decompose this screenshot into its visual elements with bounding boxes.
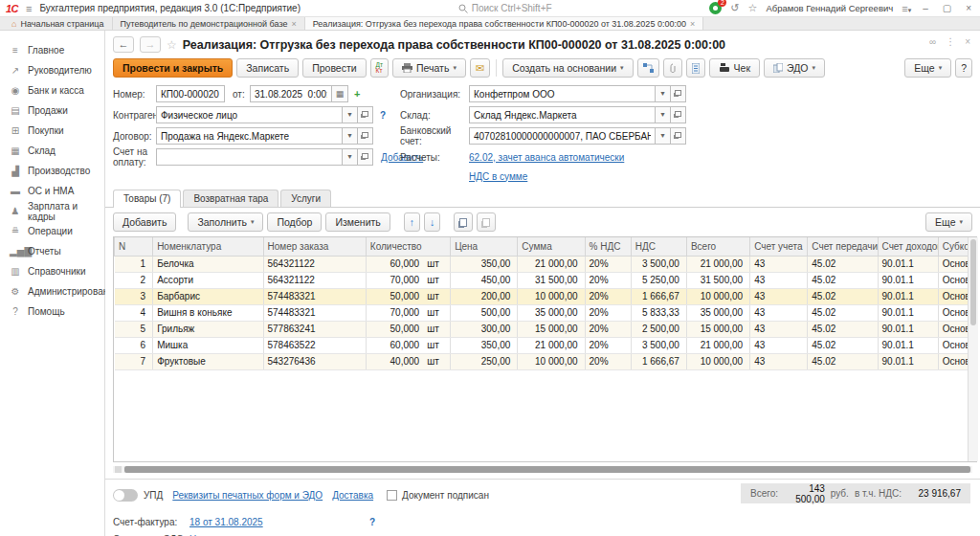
sidebar-item[interactable]: ≞Операции [0,221,104,241]
more-button[interactable]: Еще▾ [904,58,951,78]
items-tab[interactable]: Возвратная тара [183,190,278,207]
contract-dropdown-icon[interactable]: ▼ [343,127,358,145]
save-button[interactable]: Записать [236,58,299,78]
column-header[interactable]: Счет доходов [878,237,938,256]
horizontal-scrollbar-thumb[interactable] [124,466,970,473]
app-tab[interactable]: Реализация: Отгрузка без перехода права … [305,17,703,30]
post-button[interactable]: Провести [302,58,366,78]
global-search[interactable]: Поиск Ctrl+Shift+F [308,3,702,13]
close-tab-icon[interactable]: × [291,19,296,29]
calendar-icon[interactable]: ▦ [332,85,348,102]
vertical-scrollbar[interactable] [968,237,978,461]
move-up-button[interactable]: ↑ [404,212,420,232]
close-form-icon[interactable]: × [965,36,970,47]
sidebar-item[interactable]: ▤Продажи [0,100,104,121]
bank-account-dropdown-icon[interactable]: ▼ [656,127,671,145]
column-header[interactable]: Цена [451,237,518,256]
sidebar-item[interactable]: ⚙Администрирование [0,281,104,302]
create-new-icon[interactable]: + [354,88,360,100]
counterparty-help-icon[interactable]: ? [380,110,386,121]
vertical-scrollbar-thumb[interactable] [970,239,976,325]
main-menu-icon[interactable]: ≡ [26,3,32,14]
counterparty-field[interactable] [156,106,343,123]
user-name[interactable]: Абрамов Геннадий Сергеевич [766,3,893,13]
column-header[interactable]: Номер заказа [263,237,366,256]
number-field[interactable] [156,85,225,102]
sidebar-item[interactable]: ↗Руководителю [0,60,104,80]
document-signed-checkbox[interactable] [387,490,397,501]
items-tab[interactable]: Товары (7) [113,190,181,208]
sidebar-item[interactable]: ▥Справочники [0,261,104,281]
invoice-link[interactable]: 18 от 31.08.2025 [189,517,263,527]
bank-account-open-icon[interactable] [671,127,686,145]
attachments-button[interactable] [663,58,682,78]
organization-open-icon[interactable] [671,85,686,102]
settlements-link[interactable]: 62.02, зачет аванса автоматически [469,152,624,163]
app-tab[interactable]: Путеводитель по демонстрационной базе× [113,17,305,30]
column-header[interactable]: Номенклатура [153,237,263,256]
sidebar-item[interactable]: ≡Главное [0,40,104,60]
invoice-for-payment-field[interactable] [156,148,343,166]
link-icon[interactable]: ∞ [929,36,936,47]
horizontal-scrollbar[interactable] [113,466,972,473]
table-row[interactable]: 5Грильяж57786324150,000шт300,0015 000,00… [115,321,977,337]
contract-field[interactable] [156,127,343,145]
table-row[interactable]: 2Ассорти56432112270,000шт450,0031 500,00… [115,272,977,288]
table-row[interactable]: 7Фруктовые54327643640,000шт250,0010 000,… [115,353,977,369]
kebab-menu-icon[interactable]: ⋮ [946,36,955,47]
related-documents-button[interactable] [637,58,659,78]
column-header[interactable]: Всего [686,237,749,256]
pick-button[interactable]: Подбор [267,212,322,232]
restore-button[interactable]: ▢ [940,3,954,13]
table-more-button[interactable]: Еще▾ [925,212,972,232]
warehouse-dropdown-icon[interactable]: ▼ [656,106,671,123]
copy-rows-button[interactable] [454,212,473,232]
minimize-button[interactable]: – [920,3,931,13]
history-icon[interactable]: ↺ [730,2,739,14]
app-tab[interactable]: ⌂Начальная страница [4,17,113,30]
column-header[interactable]: Количество [366,237,450,256]
invoice-help-icon[interactable]: ? [369,517,375,527]
invoice-dropdown-icon[interactable]: ▼ [343,148,358,166]
close-window-button[interactable]: × [963,3,974,13]
warehouse-field[interactable] [469,106,656,123]
column-header[interactable]: Счет передачи [808,237,878,256]
fill-button[interactable]: Заполнить▾ [188,212,263,232]
forward-button[interactable]: → [140,36,161,53]
invoice-open-icon[interactable] [358,148,373,166]
column-header[interactable]: НДС [631,237,686,256]
warehouse-open-icon[interactable] [671,106,686,123]
service-menu-icon[interactable]: ≡▾ [902,3,911,14]
column-header[interactable]: N [115,237,153,256]
favorites-star-icon[interactable]: ☆ [748,2,758,14]
column-header[interactable]: % НДС [585,237,631,256]
mail-button[interactable]: ✉ [470,58,490,78]
table-row[interactable]: 1Белочка56432112260,000шт350,0021 000,00… [115,256,977,272]
table-row[interactable]: 6Мишка57846352260,000шт350,0021 000,0020… [115,337,977,353]
change-button[interactable]: Изменить [325,212,390,232]
post-and-close-button[interactable]: Провести и закрыть [113,58,233,78]
table-row[interactable]: 4Вишня в коньяке57448332170,000шт500,003… [115,304,977,321]
create-based-on-button[interactable]: Создать на основании▾ [502,58,633,78]
add-row-button[interactable]: Добавить [113,212,176,232]
sidebar-item[interactable]: ▟Производство [0,161,104,181]
organization-dropdown-icon[interactable]: ▼ [656,85,671,102]
scroll-left-button[interactable] [115,466,122,473]
print-forms-requisites-link[interactable]: Реквизиты печатных форм и ЭДО [172,490,323,501]
items-tab[interactable]: Услуги [280,190,331,207]
table-row[interactable]: 3Барбарис57448332150,000шт200,0010 000,0… [115,288,977,304]
help-button[interactable]: ? [955,58,972,78]
counterparty-dropdown-icon[interactable]: ▼ [343,106,358,123]
date-field[interactable] [250,85,332,102]
move-down-button[interactable]: ↓ [424,212,440,232]
column-header[interactable]: Сумма [518,237,585,256]
notifications-icon[interactable]: 2 [709,2,722,14]
back-button[interactable]: ← [113,36,134,53]
structure-button[interactable] [686,58,705,78]
dtkt-postings-button[interactable]: ДтКт [370,58,389,78]
contract-open-icon[interactable] [358,127,373,145]
sidebar-item[interactable]: ♟Зарплата и кадры [0,201,104,221]
upd-toggle[interactable] [113,489,138,502]
delivery-link[interactable]: Доставка [332,490,373,501]
print-button[interactable]: Печать▾ [392,58,466,78]
